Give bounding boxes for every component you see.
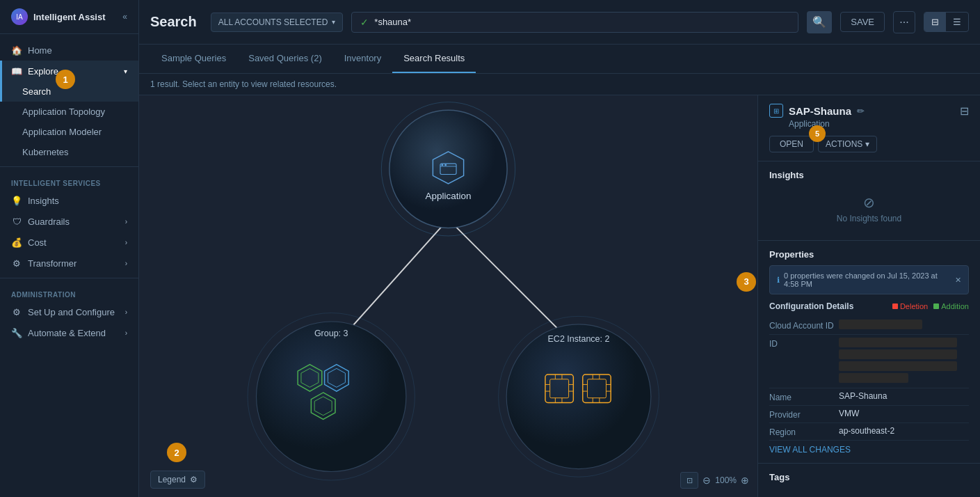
insights-section-title: Insights	[769, 170, 969, 180]
app-title: Intelligent Assist	[33, 12, 106, 22]
sidebar-home-label: Home	[28, 45, 52, 56]
id-redacted-1	[839, 338, 957, 347]
list-icon: ☰	[953, 17, 961, 27]
panel-actions: OPEN ACTIONS ▾ 5	[769, 136, 969, 152]
svg-point-8	[444, 164, 447, 166]
legend-label: Legend	[158, 475, 186, 484]
deletion-color	[892, 303, 898, 309]
search-button[interactable]: 🔍	[807, 11, 832, 33]
sidebar-item-app-topology[interactable]: Application Topology	[0, 102, 138, 122]
page-title: Search	[150, 14, 197, 30]
list-view-button[interactable]: ☰	[946, 13, 968, 31]
zoom-out-button[interactable]: ⊖	[702, 475, 711, 486]
provider-value: VMW	[839, 409, 969, 418]
actions-button[interactable]: ACTIONS ▾ 5	[818, 136, 877, 152]
name-value: SAP-Shauna	[839, 391, 969, 401]
sidebar-item-insights[interactable]: 💡 Insights	[0, 190, 138, 211]
panel-title-row: ⊞ SAP-Shauna ✏ ⊟	[769, 104, 969, 118]
sidebar-item-transformer[interactable]: ⚙ Transformer ›	[0, 253, 138, 274]
sidebar-header: IA Intelligent Assist «	[0, 0, 138, 34]
no-tags: ⊘ No Tags	[769, 488, 969, 497]
zoom-in-button[interactable]: ⊕	[741, 475, 749, 486]
sidebar-item-guardrails[interactable]: 🛡 Guardrails ›	[0, 211, 138, 232]
divider-1	[0, 166, 138, 167]
app-topology-label: Application Topology	[22, 106, 105, 117]
graph-svg: Application	[139, 95, 757, 497]
guardrails-label: Guardrails	[28, 216, 70, 227]
sidebar-item-setup[interactable]: ⚙ Set Up and Configure ›	[0, 301, 138, 322]
svg-text:Group: 3: Group: 3	[314, 329, 348, 338]
more-options-button[interactable]: ···	[893, 11, 915, 33]
region-label: Region	[769, 426, 839, 437]
tab-search-results[interactable]: Search Results	[392, 45, 476, 73]
administration-section: Administration	[0, 283, 138, 301]
prop-notice-text: 0 properties were changed on Jul 15, 202…	[784, 271, 951, 288]
sidebar-collapse-btn[interactable]: «	[122, 12, 127, 22]
view-all-changes-link[interactable]: VIEW ALL CHANGES	[769, 445, 969, 455]
automate-icon: 🔧	[11, 327, 22, 338]
id-redacted-2	[839, 349, 957, 359]
svg-text:Application: Application	[426, 191, 472, 201]
insights-icon: 💡	[11, 195, 22, 206]
search-query[interactable]: *shauna*	[374, 17, 789, 27]
prop-row-provider: Provider VMW	[769, 406, 969, 423]
open-button[interactable]: OPEN	[769, 136, 814, 152]
intelligent-services-section: Intelligent Services	[0, 171, 138, 190]
save-button[interactable]: SAVE	[840, 12, 885, 32]
edit-icon[interactable]: ✏	[857, 106, 865, 116]
badge-5: 5	[809, 125, 826, 142]
provider-label: Provider	[769, 409, 839, 420]
legend-button[interactable]: Legend ⚙	[150, 471, 205, 489]
results-bar: 1 result. Select an entity to view relat…	[139, 74, 980, 95]
properties-section: Properties ℹ 0 properties were changed o…	[758, 241, 980, 464]
tab-inventory[interactable]: Inventory	[333, 45, 392, 73]
no-data-icon: ⊘	[863, 194, 875, 211]
guardrails-icon: 🛡	[11, 216, 22, 227]
header: Search ALL ACCOUNTS SELECTED ▾ ✓ *shauna…	[139, 0, 980, 45]
transformer-chevron: ›	[125, 260, 127, 267]
panel-collapse-button[interactable]: ⊟	[960, 104, 969, 118]
sidebar-item-home[interactable]: 🏠 Home	[0, 40, 138, 61]
main-content: Search ALL ACCOUNTS SELECTED ▾ ✓ *shauna…	[139, 0, 980, 497]
addition-label: Addition	[941, 302, 969, 310]
sidebar-item-cost[interactable]: 💰 Cost ›	[0, 232, 138, 253]
automate-chevron: ›	[125, 329, 127, 337]
id-redacted-3	[839, 361, 957, 371]
setup-chevron: ›	[125, 308, 127, 316]
grid-view-button[interactable]: ⊟	[924, 13, 946, 31]
search-sub-label: Search	[22, 86, 51, 97]
insights-section: Insights ⊘ No Insights found	[758, 161, 980, 241]
graph-canvas[interactable]: 3	[139, 95, 757, 497]
account-selector[interactable]: ALL ACCOUNTS SELECTED ▾	[211, 13, 344, 32]
grid-icon: ⊟	[931, 17, 939, 27]
guardrails-chevron: ›	[125, 218, 127, 226]
kubernetes-label: Kubernetes	[22, 147, 69, 157]
id-value	[839, 338, 969, 385]
fit-view-button[interactable]: ⊡	[680, 472, 698, 489]
transformer-icon: ⚙	[11, 258, 22, 269]
book-icon: 📖	[11, 65, 22, 77]
no-insights-text: No Insights found	[837, 214, 901, 223]
legend-indicators: Deletion Addition	[892, 302, 969, 310]
notice-close-button[interactable]: ✕	[955, 276, 961, 285]
results-text: 1 result. Select an entity to view relat…	[150, 79, 337, 89]
sidebar-item-kubernetes[interactable]: Kubernetes	[0, 142, 138, 162]
home-icon: 🏠	[11, 45, 22, 56]
sidebar-nav: 🏠 Home 📖 Explore ▾ 1 Search Application …	[0, 34, 138, 497]
tags-title: Tags	[769, 472, 969, 482]
sidebar-item-automate[interactable]: 🔧 Automate & Extend ›	[0, 322, 138, 343]
deletion-label: Deletion	[900, 302, 928, 310]
search-bar: ✓ *shauna*	[351, 12, 798, 33]
name-label: Name	[769, 391, 839, 402]
tab-saved-queries[interactable]: Saved Queries (2)	[237, 45, 333, 73]
svg-point-7	[441, 164, 443, 166]
explore-chevron: ▾	[124, 68, 127, 75]
actions-label: ACTIONS	[826, 139, 862, 149]
search-results-label: Search Results	[403, 53, 465, 63]
cost-label: Cost	[28, 237, 47, 248]
tab-sample-queries[interactable]: Sample Queries	[150, 45, 237, 73]
panel-header: ⊞ SAP-Shauna ✏ ⊟ Application OPEN ACTION…	[758, 95, 980, 161]
config-title: Configuration Details	[769, 301, 853, 311]
sidebar-item-app-modeler[interactable]: Application Modeler	[0, 122, 138, 142]
cloud-account-label: Cloud Account ID	[769, 320, 839, 331]
